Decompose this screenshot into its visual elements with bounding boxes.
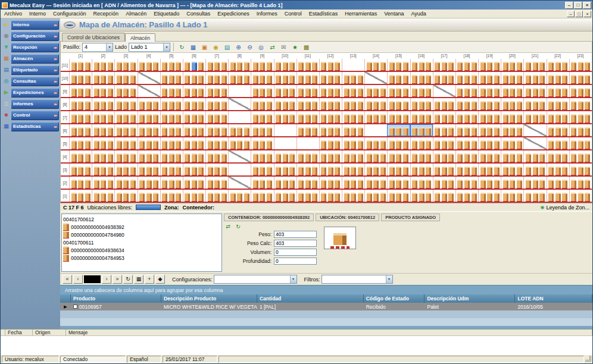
- rack-cell[interactable]: [160, 164, 183, 175]
- column-header[interactable]: Descripción Udm: [425, 294, 515, 303]
- toolbar-icon[interactable]: ▤: [222, 42, 232, 52]
- rack-cell[interactable]: [114, 111, 137, 123]
- rack-cell[interactable]: [569, 98, 592, 110]
- rack-cell[interactable]: [160, 137, 183, 149]
- rack-cell[interactable]: [455, 190, 478, 202]
- rack-cell[interactable]: [364, 150, 387, 162]
- rack-cell[interactable]: [410, 72, 433, 84]
- rack-cell[interactable]: [114, 190, 137, 202]
- rack-cell[interactable]: [547, 72, 569, 84]
- rack-cell[interactable]: [364, 59, 387, 71]
- rack-cell[interactable]: [364, 137, 387, 149]
- rack-cell[interactable]: [319, 98, 342, 110]
- rack-cell[interactable]: [387, 59, 410, 71]
- rack-cell[interactable]: [501, 98, 523, 110]
- rack-cell[interactable]: [296, 124, 319, 136]
- rack-cell[interactable]: [274, 98, 296, 110]
- rack-cell[interactable]: [160, 124, 183, 136]
- rack-cell[interactable]: [387, 164, 410, 175]
- mdi-close-button[interactable]: ×: [583, 11, 591, 17]
- rack-cell[interactable]: [251, 98, 273, 110]
- rack-cell[interactable]: [501, 85, 523, 97]
- rack-cell[interactable]: [205, 111, 228, 123]
- rack-cell[interactable]: [69, 59, 92, 71]
- tree-item[interactable]: 0000000000004938634: [63, 246, 69, 254]
- rack-cell[interactable]: [274, 59, 296, 71]
- table-row[interactable]: ▶00106957MICRO WHITE&WILD RICE W/ VEGETA…: [60, 303, 592, 310]
- rack-cell[interactable]: [160, 59, 183, 71]
- rack-cell[interactable]: [274, 137, 296, 149]
- rack-cell[interactable]: [69, 190, 92, 202]
- rack-cell[interactable]: [251, 150, 273, 162]
- menu-item[interactable]: Ventana: [380, 11, 407, 17]
- rack-cell[interactable]: [69, 98, 92, 110]
- rack-cell[interactable]: [501, 177, 523, 189]
- rack-cell[interactable]: [183, 85, 205, 97]
- rack-cell[interactable]: [547, 164, 569, 175]
- sidebar-item[interactable]: Configuración ▸▸: [11, 32, 59, 41]
- rack-cell[interactable]: [319, 111, 342, 123]
- rack-cell[interactable]: [455, 111, 478, 123]
- refresh-icon[interactable]: ↻: [234, 222, 242, 230]
- rack-cell[interactable]: [205, 137, 228, 149]
- menu-item[interactable]: Etiquetado: [150, 11, 183, 17]
- menu-item[interactable]: Control: [281, 11, 305, 17]
- toolbar-icon[interactable]: ⇄: [267, 42, 277, 52]
- rack-cell[interactable]: [501, 59, 523, 71]
- rack-cell[interactable]: [160, 72, 183, 84]
- toolbar-icon[interactable]: ▩: [301, 42, 311, 52]
- rack-cell[interactable]: [138, 177, 160, 189]
- rack-cell[interactable]: [387, 137, 410, 149]
- rack-cell[interactable]: [114, 177, 137, 189]
- rack-cell[interactable]: [138, 111, 160, 123]
- rack-cell[interactable]: [342, 85, 364, 97]
- transfer-icon[interactable]: ⇄: [224, 222, 232, 230]
- column-header[interactable]: Código de Estado: [364, 294, 425, 303]
- rack-cell[interactable]: [69, 124, 92, 136]
- rack-cell[interactable]: [478, 150, 501, 162]
- rack-cell[interactable]: [501, 164, 523, 175]
- rack-cell[interactable]: [455, 59, 478, 71]
- rack-cell[interactable]: [138, 190, 160, 202]
- rack-cell[interactable]: [296, 111, 319, 123]
- rack-cell[interactable]: [138, 85, 160, 97]
- rack-cell[interactable]: [387, 85, 410, 97]
- rack-cell[interactable]: [92, 111, 114, 123]
- rack-cell[interactable]: [114, 150, 137, 162]
- rack-cell[interactable]: [433, 72, 455, 84]
- menu-item[interactable]: Expediciones: [214, 11, 253, 17]
- column-header[interactable]: Cantidad: [257, 294, 364, 303]
- sidebar-item[interactable]: Recepción ▸▸: [11, 43, 59, 52]
- rack-cell[interactable]: [523, 177, 546, 189]
- rack-cell[interactable]: [296, 190, 319, 202]
- column-header[interactable]: Descripción Producto: [161, 294, 257, 303]
- rack-cell[interactable]: [387, 111, 410, 123]
- rack-cell[interactable]: [342, 72, 364, 84]
- rack-cell[interactable]: [228, 98, 251, 110]
- rack-cell[interactable]: [342, 150, 364, 162]
- group-by-hint[interactable]: Arrastre una cabecera de columna aquí pa…: [60, 285, 592, 294]
- legend-link[interactable]: ◉ Leyenda de Zon...: [540, 205, 589, 211]
- rack-cell[interactable]: [455, 72, 478, 84]
- rack-cell[interactable]: [569, 72, 592, 84]
- rack-cell[interactable]: [387, 177, 410, 189]
- rack-cell[interactable]: [251, 164, 273, 175]
- rack-cell[interactable]: [274, 150, 296, 162]
- sidebar-item[interactable]: Informes ▸▸: [11, 99, 59, 109]
- rack-cell[interactable]: [342, 124, 364, 136]
- rack-cell[interactable]: [92, 137, 114, 149]
- rack-cell[interactable]: [296, 137, 319, 149]
- rack-cell[interactable]: [183, 72, 205, 84]
- rack-cell[interactable]: [92, 177, 114, 189]
- rack-cell[interactable]: [478, 137, 501, 149]
- toolbar-icon[interactable]: ▣: [199, 42, 210, 52]
- rack-cell[interactable]: [274, 190, 296, 202]
- rack-cell[interactable]: [205, 150, 228, 162]
- rack-cell[interactable]: [433, 59, 455, 71]
- rack-cell[interactable]: [523, 72, 546, 84]
- rack-cell[interactable]: [455, 137, 478, 149]
- pager-button[interactable]: «: [63, 275, 72, 284]
- mdi-restore-button[interactable]: □: [575, 11, 583, 17]
- rack-cell[interactable]: [138, 150, 160, 162]
- rack-cell[interactable]: [92, 85, 114, 97]
